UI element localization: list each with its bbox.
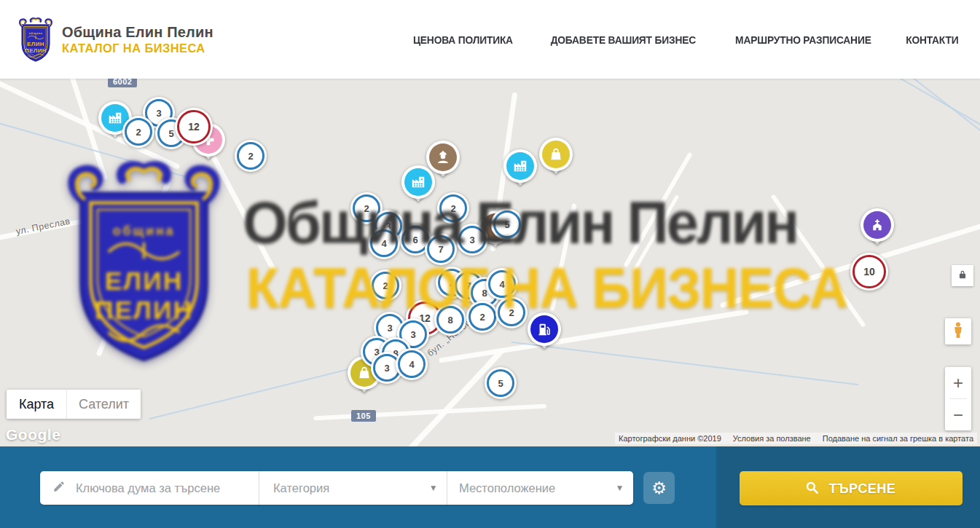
cluster-marker[interactable]: 12 xyxy=(175,108,213,146)
bag-icon xyxy=(542,141,570,168)
stream-line xyxy=(511,342,859,385)
cluster-count: 7 xyxy=(438,244,443,255)
cluster-marker[interactable]: 8 xyxy=(434,304,466,336)
pin-circle xyxy=(528,312,561,346)
cluster-marker[interactable]: 3 xyxy=(456,224,488,256)
svg-text:ЕЛИН: ЕЛИН xyxy=(105,267,184,296)
category-placeholder: Категория xyxy=(273,481,329,495)
cluster-marker[interactable]: 2 xyxy=(466,301,498,333)
map-attribution: Картографски данни ©2019 Условия за полз… xyxy=(615,433,977,444)
cluster-count: 3 xyxy=(469,235,474,245)
pencil-icon xyxy=(52,480,66,496)
road-line xyxy=(0,204,159,244)
cluster-marker[interactable]: 2 xyxy=(122,116,154,148)
cluster-count: 5 xyxy=(168,128,173,139)
header: община ЕЛИН ПЕЛИН Община Елин Пелин КАТА… xyxy=(0,0,980,79)
nav-item[interactable]: МАРШРУТНО РАЗПИСАНИЕ xyxy=(735,34,871,46)
road-line xyxy=(632,194,679,272)
location-select[interactable]: Местоположение ▼ xyxy=(447,471,633,505)
cluster-marker[interactable]: 2 xyxy=(235,140,267,172)
cluster-marker[interactable]: 2 xyxy=(369,269,401,302)
lock-button[interactable] xyxy=(952,265,973,286)
zoom-control: + − xyxy=(945,367,971,430)
zoom-out-button[interactable]: − xyxy=(945,399,971,430)
location-placeholder: Местоположение xyxy=(459,481,555,495)
cluster-marker[interactable]: 10 xyxy=(850,253,888,291)
cluster-count: 2 xyxy=(383,280,388,291)
site-title: Община Елин Пелин xyxy=(62,23,213,42)
chevron-down-icon: ▼ xyxy=(617,484,622,492)
cluster-count: 2 xyxy=(364,203,369,214)
pin-circle xyxy=(401,165,435,199)
pin-circle xyxy=(539,138,573,171)
cluster-marker[interactable]: 2 xyxy=(437,192,469,224)
cluster-count: 8 xyxy=(447,315,452,326)
search-fields-group: Категория ▼ Местоположение ▼ xyxy=(40,471,633,505)
pin-circle xyxy=(861,208,894,242)
cluster-marker[interactable]: 5 xyxy=(491,208,523,240)
map-type-control: Карта Сателит xyxy=(7,390,141,419)
search-button-label: ТЪРСЕНЕ xyxy=(828,481,895,497)
street-view-pegman-button[interactable] xyxy=(945,318,971,344)
church-icon xyxy=(863,211,891,239)
road-line xyxy=(313,404,546,421)
road-line xyxy=(720,218,980,309)
fuel-icon xyxy=(530,315,558,343)
cluster-marker[interactable]: 7 xyxy=(425,233,457,265)
main-nav: ЦЕНОВА ПОЛИТИКАДОБАВЕТЕ ВАШИЯТ БИЗНЕСМАР… xyxy=(409,34,963,46)
factory-icon xyxy=(506,152,534,180)
gear-icon: ⚙ xyxy=(651,480,667,497)
brand-text: Община Елин Пелин КАТАЛОГ НА БИЗНЕСА xyxy=(62,23,213,55)
map-pin[interactable] xyxy=(528,312,561,346)
category-select[interactable]: Категория ▼ xyxy=(259,471,447,505)
map-pin[interactable] xyxy=(539,138,573,171)
cluster-marker[interactable]: 2 xyxy=(495,296,528,328)
advanced-settings-button[interactable]: ⚙ xyxy=(643,472,675,504)
cluster-count: 2 xyxy=(479,312,485,323)
cluster-count: 3 xyxy=(410,329,415,340)
cluster-count: 2 xyxy=(450,203,455,214)
cluster-marker[interactable]: 4 xyxy=(486,268,518,300)
cluster-count: 4 xyxy=(381,238,386,249)
cluster-count: 6 xyxy=(412,235,418,245)
nav-item[interactable]: КОНТАКТИ xyxy=(906,34,959,46)
cluster-count: 3 xyxy=(384,363,389,374)
map-canvas[interactable]: ул. Преславбул. „Новосел6002105 xyxy=(0,79,980,446)
watermark-subtitle: КАТАЛОГ НА БИЗНЕСА xyxy=(246,255,847,321)
map-type-map-button[interactable]: Карта xyxy=(7,390,66,419)
cluster-count: 10 xyxy=(863,266,875,277)
cluster-count: 5 xyxy=(498,378,503,389)
search-button[interactable]: ТЪРСЕНЕ xyxy=(740,471,963,505)
zoom-in-button[interactable]: + xyxy=(945,367,971,398)
nav-item[interactable]: ДОБАВЕТЕ ВАШИЯТ БИЗНЕС xyxy=(551,34,696,46)
google-logo[interactable]: Google xyxy=(6,426,60,444)
cluster-marker[interactable]: 5 xyxy=(485,367,517,399)
site-subtitle: КАТАЛОГ НА БИЗНЕСА xyxy=(62,42,213,55)
municipality-emblem-icon: община ЕЛИН ПЕЛИН xyxy=(17,17,54,63)
lock-icon xyxy=(957,269,968,283)
map-pin[interactable] xyxy=(503,149,537,183)
cluster-count: 4 xyxy=(409,359,414,370)
road-line xyxy=(770,194,866,328)
search-icon xyxy=(805,481,819,497)
cluster-marker[interactable]: 4 xyxy=(396,348,428,380)
road-line xyxy=(623,152,692,268)
keyword-field[interactable] xyxy=(40,471,259,505)
map-pin[interactable] xyxy=(861,208,894,242)
cluster-count: 3 xyxy=(387,323,392,334)
cluster-count: 2 xyxy=(136,127,141,138)
terms-link[interactable]: Условия за ползване xyxy=(733,434,811,443)
nav-item[interactable]: ЦЕНОВА ПОЛИТИКА xyxy=(413,34,513,46)
stream-line xyxy=(820,79,980,171)
stream-line xyxy=(793,79,980,146)
site-logo[interactable]: община ЕЛИН ПЕЛИН Община Елин Пелин КАТА… xyxy=(17,17,213,63)
keyword-input[interactable] xyxy=(74,481,259,496)
svg-text:ПЕЛИН: ПЕЛИН xyxy=(25,47,47,53)
cluster-marker[interactable]: 4 xyxy=(368,227,400,259)
map-pin[interactable] xyxy=(401,165,435,199)
cluster-count: 3 xyxy=(156,108,161,119)
road-line xyxy=(96,179,172,357)
attribution-copyright: Картографски данни ©2019 xyxy=(619,434,721,443)
report-error-link[interactable]: Подаване на сигнал за грешка в картата xyxy=(823,434,973,443)
map-type-satellite-button[interactable]: Сателит xyxy=(66,390,141,419)
